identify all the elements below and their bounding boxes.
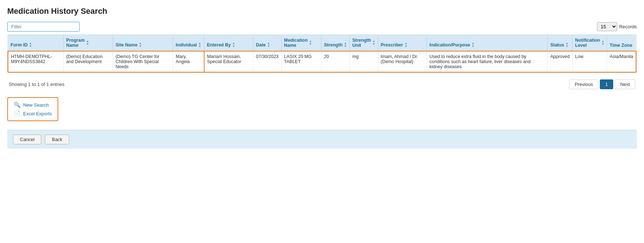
sort-icon-status[interactable]: ▲▼ xyxy=(565,42,568,48)
cell-medication-name: LASIX 20 MG TABLET xyxy=(281,51,321,72)
cell-site-name: (Demo) TG Center for Children With Speci… xyxy=(113,51,173,72)
col-indication-purpose[interactable]: Indication/Purpose ▲▼ xyxy=(427,35,548,51)
search-icon: 🔍 xyxy=(14,102,21,108)
results-table-wrapper: Form ID ▲▼ ProgramName ▲▼ Site Name xyxy=(7,34,637,73)
next-button[interactable]: Next xyxy=(615,79,635,89)
new-search-link[interactable]: 🔍 New Search xyxy=(14,102,52,108)
page-1-button[interactable]: 1 xyxy=(600,79,613,89)
cell-date: 07/30/2023 xyxy=(253,51,281,72)
excel-exports-label: Excel Exports xyxy=(23,111,52,116)
cell-strength-unit: mg xyxy=(350,51,378,72)
results-table: Form ID ▲▼ ProgramName ▲▼ Site Name xyxy=(8,35,636,73)
col-program-name[interactable]: ProgramName ▲▼ xyxy=(63,35,113,51)
excel-icon: 📄 xyxy=(14,110,21,117)
col-status[interactable]: Status ▲▼ xyxy=(548,35,573,51)
sort-icon-individual[interactable]: ▲▼ xyxy=(198,42,201,48)
col-entered-by[interactable]: Entered By ▲▼ xyxy=(204,35,253,51)
cell-form-id: HTMH-DEMOTPHL-M9Y4NDSS3842 xyxy=(8,51,63,72)
cell-entered-by: Mariam Hossain, Special Educator xyxy=(204,51,253,72)
table-row[interactable]: HTMH-DEMOTPHL-M9Y4NDSS3842 (Demo) Educat… xyxy=(8,51,636,72)
col-individual[interactable]: Individual ▲▼ xyxy=(173,35,204,51)
cancel-button[interactable]: Cancel xyxy=(13,135,41,144)
back-button[interactable]: Back xyxy=(45,135,69,144)
col-site-name[interactable]: Site Name ▲▼ xyxy=(113,35,173,51)
previous-button[interactable]: Previous xyxy=(569,79,598,89)
cell-indication-purpose: Used to reduce extra fluid in the body c… xyxy=(427,51,548,72)
cell-individual: Mary, Angela xyxy=(173,51,204,72)
col-notification-level[interactable]: NotificationLevel ▲▼ xyxy=(572,35,607,51)
sort-icon-strength-unit[interactable]: ▲▼ xyxy=(372,40,375,46)
pagination-controls: Previous 1 Next xyxy=(569,79,635,89)
sort-icon-indication-purpose[interactable]: ▲▼ xyxy=(472,42,475,48)
cell-strength: 20 xyxy=(321,51,349,72)
showing-text: Showing 1 to 1 of 1 entries xyxy=(9,82,64,87)
filter-input[interactable] xyxy=(7,22,80,32)
sort-icon-site-name[interactable]: ▲▼ xyxy=(139,42,142,48)
col-strength-unit[interactable]: StrengthUnit ▲▼ xyxy=(350,35,378,51)
sort-icon-form-id[interactable]: ▲▼ xyxy=(29,42,32,48)
col-time-zone: Time Zone xyxy=(607,35,636,51)
cell-program-name: (Demo) Education and Development xyxy=(63,51,113,72)
col-date[interactable]: Date ▲▼ xyxy=(253,35,281,51)
sort-icon-strength[interactable]: ▲▼ xyxy=(344,42,347,48)
col-strength[interactable]: Strength ▲▼ xyxy=(321,35,349,51)
col-medication-name[interactable]: MedicationName ▲▼ xyxy=(281,35,321,51)
page-title: Medication History Search xyxy=(7,7,637,16)
sort-icon-medication-name[interactable]: ▲▼ xyxy=(309,40,312,46)
sort-icon-program-name[interactable]: ▲▼ xyxy=(86,40,89,46)
sort-icon-date[interactable]: ▲▼ xyxy=(267,42,270,48)
sort-icon-prescriber[interactable]: ▲▼ xyxy=(404,42,407,48)
excel-exports-link[interactable]: 📄 Excel Exports xyxy=(14,110,52,117)
cell-prescriber: Imam, Ahmad / Dr. (Demo Hospital) xyxy=(378,51,427,72)
pagination-row: Showing 1 to 1 of 1 entries Previous 1 N… xyxy=(7,77,637,92)
actions-section: 🔍 New Search 📄 Excel Exports xyxy=(7,97,58,121)
footer-bar: Cancel Back xyxy=(7,130,637,149)
table-header-row: Form ID ▲▼ ProgramName ▲▼ Site Name xyxy=(8,35,636,51)
sort-icon-notification-level[interactable]: ▲▼ xyxy=(601,40,604,46)
cell-time-zone: Asia/Manila xyxy=(607,51,636,72)
new-search-label: New Search xyxy=(23,102,49,108)
cell-status: Approved xyxy=(548,51,573,72)
cell-notification-level: Low xyxy=(572,51,607,72)
sort-icon-entered-by[interactable]: ▲▼ xyxy=(232,42,235,48)
col-form-id[interactable]: Form ID ▲▼ xyxy=(8,35,63,51)
records-select[interactable]: 10 15 25 50 100 xyxy=(597,22,617,31)
records-label: Records xyxy=(619,24,637,29)
col-prescriber[interactable]: Prescriber ▲▼ xyxy=(378,35,427,51)
